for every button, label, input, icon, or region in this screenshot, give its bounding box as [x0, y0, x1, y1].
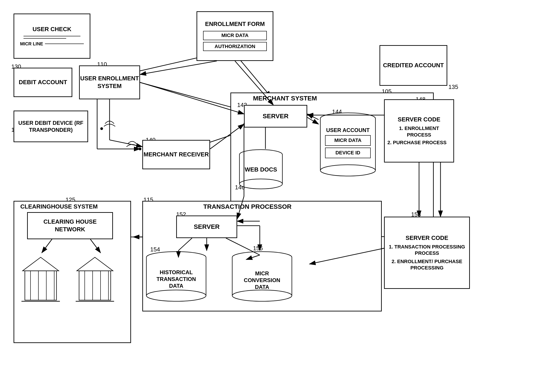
- server-code-158-label: SERVER CODE: [388, 234, 466, 242]
- user-account-cylinder: USER ACCOUNT MICR DATA DEVICE ID: [319, 112, 377, 179]
- clearinghouse-system-label: CLEARINGHOUSE SYSTEM: [20, 203, 98, 210]
- user-enrollment-system-box: USER ENROLLMENT SYSTEM: [79, 66, 140, 99]
- svg-point-63: [146, 290, 206, 301]
- merchant-receiver-label: MERCHANT RECEIVER: [144, 151, 209, 158]
- server-code-158-item2: 2. ENROLLMENT/ PURCHASE PROCESSING: [388, 258, 466, 271]
- server-142-label: SERVER: [263, 112, 289, 120]
- svg-rect-43: [25, 271, 57, 300]
- user-enrollment-system-label: USER ENROLLMENT SYSTEM: [80, 75, 139, 90]
- user-debit-device-label: USER DEBIT DEVICE (RF TRANSPONDER): [14, 119, 87, 133]
- svg-text:WEB DOCS: WEB DOCS: [245, 166, 277, 173]
- svg-text:DATA: DATA: [169, 283, 183, 289]
- merchant-receiver-box: MERCHANT RECEIVER: [142, 140, 210, 169]
- svg-text:MICR: MICR: [255, 270, 269, 277]
- svg-rect-51: [79, 271, 111, 300]
- user-check-label: USER CHECK: [32, 26, 71, 33]
- micr-data-inner: MICR DATA: [203, 31, 267, 40]
- svg-point-71: [232, 290, 292, 301]
- rdfi-bank-building: RDFI BANK: [20, 253, 61, 305]
- svg-text:TRANSACTION: TRANSACTION: [157, 276, 196, 282]
- odfi-bank-building: ODFI BANK: [75, 253, 115, 305]
- wireless-signal-1: [95, 113, 122, 135]
- user-debit-device-box: USER DEBIT DEVICE (RF TRANSPONDER): [14, 111, 88, 142]
- svg-text:CONVERSION: CONVERSION: [244, 277, 280, 283]
- clearing-house-network-box: CLEARING HOUSE NETWORK: [27, 212, 113, 239]
- svg-text:MICR DATA: MICR DATA: [334, 137, 361, 143]
- server-code-148-item2: 2. PURCHASE PROCESS: [387, 139, 447, 146]
- credited-account-label: CREDITED ACCOUNT: [383, 62, 444, 69]
- merchant-system-label: MERCHANT SYSTEM: [253, 95, 317, 102]
- svg-line-23: [237, 57, 271, 97]
- server-142-box: SERVER: [244, 105, 307, 127]
- credited-account-box: CREDITED ACCOUNT: [380, 45, 447, 86]
- svg-marker-44: [23, 257, 59, 271]
- svg-point-31: [240, 179, 282, 189]
- svg-text:USER ACCOUNT: USER ACCOUNT: [326, 127, 370, 133]
- svg-text:RDFI BANK: RDFI BANK: [27, 304, 54, 305]
- svg-point-25: [100, 127, 103, 130]
- svg-text:DATA: DATA: [255, 284, 269, 290]
- enrollment-form-box: ENROLLMENT FORM MICR DATA AUTHORIZATION: [197, 11, 273, 61]
- ref-135: 135: [448, 84, 458, 90]
- user-check-box: USER CHECK MICR LINE: [14, 14, 90, 59]
- svg-point-26: [139, 148, 141, 150]
- transaction-processor-label: TRANSACTION PROCESSOR: [203, 203, 291, 210]
- svg-text:DEVICE ID: DEVICE ID: [335, 150, 360, 155]
- enrollment-form-label: ENROLLMENT FORM: [205, 20, 265, 28]
- server-code-148-box: SERVER CODE 1. ENROLLMENT PROCESS 2. PUR…: [384, 99, 454, 163]
- svg-text:HISTORICAL: HISTORICAL: [160, 269, 193, 275]
- historical-transaction-data-cylinder: HISTORICAL TRANSACTION DATA: [145, 250, 208, 302]
- debit-account-label: DEBIT ACCOUNT: [19, 78, 67, 86]
- authorization-inner: AUTHORIZATION: [203, 42, 267, 51]
- server-152-label: SERVER: [194, 223, 220, 231]
- debit-account-box: DEBIT ACCOUNT: [14, 68, 72, 97]
- svg-point-37: [320, 165, 375, 176]
- svg-marker-52: [77, 257, 113, 271]
- svg-line-79: [140, 82, 244, 114]
- web-docs-cylinder: WEB DOCS: [238, 149, 283, 190]
- server-code-158-box: SERVER CODE 1. TRANSACTION PROCESSING PR…: [384, 217, 470, 289]
- server-code-148-item1: 1. ENROLLMENT PROCESS: [387, 125, 451, 138]
- svg-line-2: [136, 81, 244, 111]
- svg-line-77: [140, 61, 217, 75]
- diagram-container: 100 USER CHECK MICR LINE ENROLLMENT FORM…: [0, 0, 560, 392]
- clearing-house-network-label: CLEARING HOUSE NETWORK: [28, 218, 112, 233]
- micr-line-label: MICR LINE: [20, 41, 43, 47]
- micr-conversion-data-cylinder: MICR CONVERSION DATA: [230, 250, 294, 302]
- server-152-box: SERVER: [176, 216, 237, 238]
- server-code-148-label: SERVER CODE: [387, 116, 451, 124]
- svg-text:ODFI BANK: ODFI BANK: [81, 304, 109, 305]
- server-code-158-item1: 1. TRANSACTION PROCESSING PROCESS: [388, 244, 466, 257]
